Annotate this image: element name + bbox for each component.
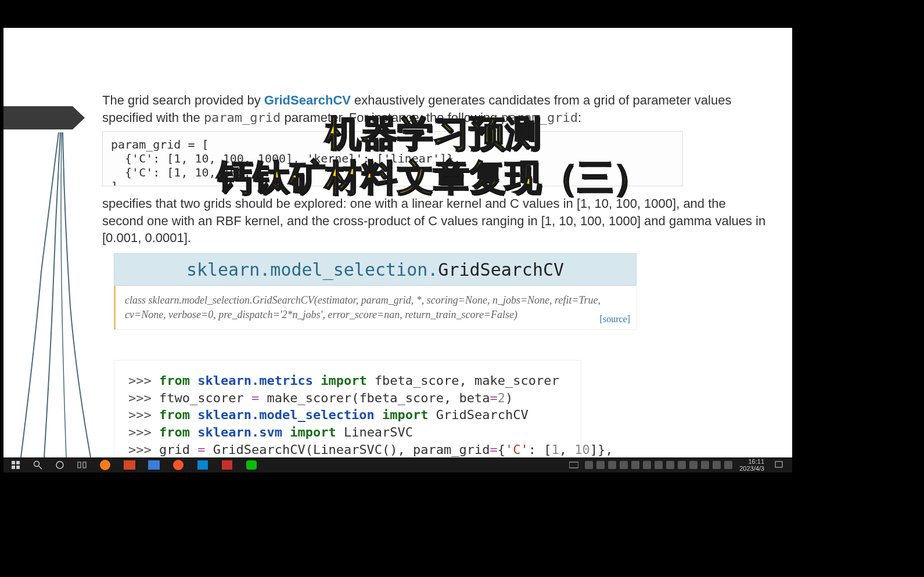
svg-rect-7 xyxy=(78,462,81,468)
svg-point-4 xyxy=(34,461,39,467)
python-example-block: >>> from sklearn.metrics import fbeta_sc… xyxy=(114,360,581,457)
task-view-icon[interactable] xyxy=(74,460,89,470)
svg-rect-2 xyxy=(12,466,15,469)
tray-icon[interactable] xyxy=(608,461,616,469)
param-grid-inline: param_grid xyxy=(501,110,577,125)
tray-icon[interactable] xyxy=(701,461,709,469)
clock-date: 2023/4/3 xyxy=(739,465,764,472)
param-grid-code-block: param_grid = [ {'C': [1, 10, 100, 1000],… xyxy=(102,131,683,186)
tray-icon[interactable] xyxy=(655,461,663,469)
tray-icon[interactable] xyxy=(678,461,686,469)
clock-time: 16:11 xyxy=(739,458,764,465)
powerpoint-app[interactable] xyxy=(121,459,138,471)
text: parameter. For instance, the following xyxy=(281,110,501,125)
nav-pointer-shape xyxy=(3,106,85,129)
api-signature: class sklearn.model_selection.GridSearch… xyxy=(114,286,637,330)
tray-icon[interactable] xyxy=(666,461,674,469)
text: The grid search provided by xyxy=(102,93,264,107)
decorative-branch xyxy=(15,132,102,457)
gridsearchcv-link[interactable]: GridSearchCV xyxy=(264,93,351,107)
svg-rect-8 xyxy=(83,462,86,468)
windows-taskbar[interactable]: 16:11 2023/4/3 xyxy=(3,457,792,473)
tray-icon[interactable] xyxy=(689,461,698,469)
red-app[interactable] xyxy=(218,459,236,471)
svg-point-6 xyxy=(56,461,63,468)
svg-rect-10 xyxy=(775,461,782,467)
edge-app[interactable] xyxy=(194,459,211,471)
api-class-name: GridSearchCV xyxy=(438,259,564,280)
tray-icon[interactable] xyxy=(596,461,605,469)
api-doc-panel: sklearn.model_selection.GridSearchCV cla… xyxy=(114,253,637,330)
slide-content: The grid search provided by GridSearchCV… xyxy=(3,28,792,457)
api-module-path: sklearn.model_selection. xyxy=(186,259,438,280)
svg-rect-1 xyxy=(16,461,20,464)
tray-icon[interactable] xyxy=(585,461,593,469)
blue-app[interactable] xyxy=(145,459,163,471)
svg-rect-0 xyxy=(12,461,15,464)
tray-icon[interactable] xyxy=(631,461,639,469)
search-icon[interactable] xyxy=(30,460,45,470)
source-link[interactable]: [source] xyxy=(600,313,630,326)
keyboard-tray-icon[interactable] xyxy=(566,460,581,470)
signature-text: class sklearn.model_selection.GridSearch… xyxy=(125,294,601,320)
cortana-icon[interactable] xyxy=(52,460,67,470)
start-button[interactable] xyxy=(8,460,23,470)
tray-icon[interactable] xyxy=(724,461,732,469)
param-grid-inline: param_grid xyxy=(204,110,281,125)
wechat-app[interactable] xyxy=(243,459,260,471)
tray-icon[interactable] xyxy=(713,461,721,469)
svg-line-5 xyxy=(39,466,42,469)
notification-icon[interactable] xyxy=(771,460,786,470)
svg-rect-9 xyxy=(569,462,578,468)
tray-icon[interactable] xyxy=(643,461,651,469)
tray-icon[interactable] xyxy=(620,461,628,469)
svg-rect-3 xyxy=(16,466,20,469)
explain-paragraph: specifies that two grids should be explo… xyxy=(102,195,769,247)
firefox-app[interactable] xyxy=(96,459,114,471)
taskbar-clock[interactable]: 16:11 2023/4/3 xyxy=(736,458,768,472)
intro-paragraph: The grid search provided by GridSearchCV… xyxy=(102,92,769,126)
browser-app[interactable] xyxy=(170,459,187,471)
api-title-bar: sklearn.model_selection.GridSearchCV xyxy=(114,253,637,286)
